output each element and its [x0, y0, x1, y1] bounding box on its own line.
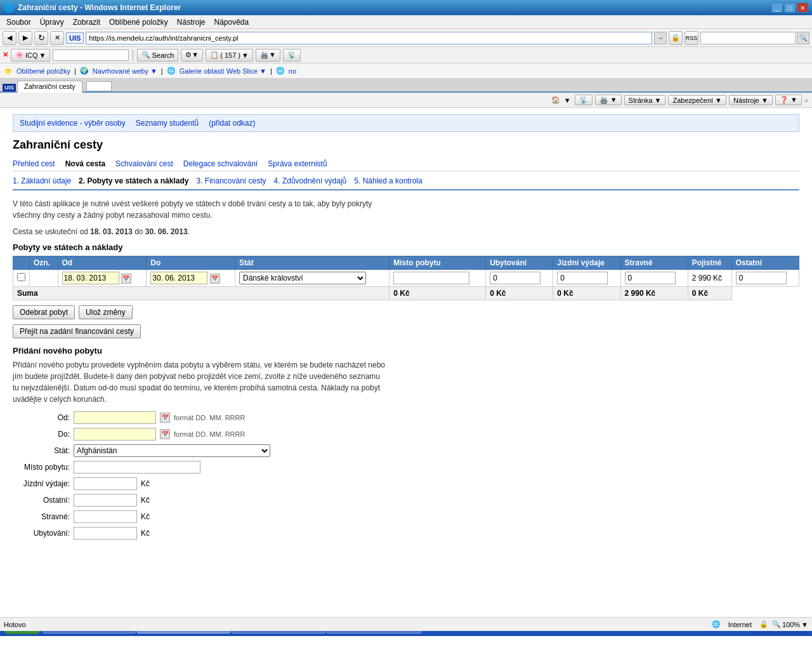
tab-schvalovani[interactable]: Schvalování cest	[115, 159, 173, 168]
security-button[interactable]: 🔒	[669, 31, 683, 45]
row-ozn	[30, 270, 58, 287]
row-jizdni-input[interactable]	[557, 272, 608, 284]
od-input[interactable]	[74, 411, 156, 424]
odebrat-button[interactable]: Odebrat pobyt	[13, 305, 75, 319]
step-2[interactable]: 2. Pobyty ve státech a náklady	[79, 176, 188, 185]
row-stat-select[interactable]: Dánské království	[239, 272, 366, 284]
menu-upravy[interactable]: Úpravy	[36, 17, 68, 28]
ubytovani-suffix: Kč	[141, 529, 150, 538]
col-stat: Stát	[235, 256, 389, 270]
date-range-label: Cesta se uskuteční od	[13, 227, 88, 236]
stranka-cmd-btn[interactable]: Stránka ▼	[624, 95, 666, 105]
nastroje-cmd-btn[interactable]: Nástroje ▼	[729, 95, 773, 105]
row-checkbox[interactable]	[17, 273, 25, 281]
menu-bar: Soubor Úpravy Zobrazit Oblíbené položky …	[0, 15, 812, 29]
stravne-input[interactable]	[74, 510, 137, 523]
rss-button[interactable]: RSS	[684, 31, 698, 45]
fav-galerie[interactable]: Galerie oblastí Web Slice ▼	[180, 67, 266, 75]
live-search-button[interactable]: 🔍	[797, 32, 809, 44]
toolbar2: ✕ 🌸 ICQ ▼ 🔍 Search ⚙▼ 📋 ( 157 ) ▼ 🖨️▼ 📡	[0, 47, 812, 63]
tab-delegace[interactable]: Delegace schvalování	[183, 159, 258, 168]
forward-button[interactable]: ▶	[18, 31, 32, 45]
row-stravne-input[interactable]	[625, 272, 676, 284]
toolbar-print[interactable]: 🖨️▼	[256, 49, 280, 62]
close-x[interactable]: ✕	[3, 51, 8, 59]
menu-nastroje[interactable]: Nástroje	[173, 17, 209, 28]
uloz-button[interactable]: Ulož změny	[79, 305, 133, 319]
fav-no[interactable]: no	[289, 67, 296, 75]
tab-zahranicni[interactable]: Zahraniční cesty	[17, 81, 82, 93]
jizdni-input[interactable]	[74, 477, 137, 490]
jizdni-label: Jízdní výdaje:	[13, 479, 70, 488]
row-ostatni-input[interactable]	[736, 272, 787, 284]
prejit-button[interactable]: Přejít na zadání financování cesty	[13, 324, 141, 338]
table-row: 📅 📅 Dánské království 2 990 Kč	[13, 270, 799, 287]
nav-studijni[interactable]: Studijní evidence - výběr osoby	[20, 119, 126, 128]
do-cal-btn[interactable]: 📅	[160, 429, 170, 439]
icq-icon: 🌸	[15, 51, 24, 59]
do-input[interactable]	[74, 428, 156, 441]
counter-icon: 📋	[210, 51, 219, 59]
row-od-input[interactable]	[62, 272, 119, 284]
step-3[interactable]: 3. Financování cesty	[196, 176, 266, 185]
stravne-suffix: Kč	[141, 512, 150, 521]
form-row-stravne: Stravné: Kč	[13, 510, 799, 523]
misto-input[interactable]	[74, 461, 200, 474]
od-cal-btn[interactable]: 📅	[160, 413, 170, 423]
row-do-input[interactable]	[150, 272, 207, 284]
tools-cmd-label: Nástroje ▼	[733, 96, 768, 104]
od-format-hint: formát DD. MM. RRRR	[174, 414, 245, 421]
step-5[interactable]: 5. Náhled a kontrola	[354, 176, 422, 185]
help-cmd-label: ❓ ▼	[780, 96, 797, 104]
zabezpeceni-cmd-btn[interactable]: Zabezpečení ▼	[668, 95, 726, 105]
menu-zobrazit[interactable]: Zobrazit	[69, 17, 104, 28]
ostatni-suffix: Kč	[141, 496, 150, 505]
cal-od-btn[interactable]: 📅	[121, 274, 131, 284]
toolbar-rss2[interactable]: 📡	[283, 49, 301, 62]
pobyty-table: Ozn. Od Do Stát Místo pobytu Ubytování J…	[13, 256, 799, 300]
refresh-button[interactable]: ↻	[34, 31, 48, 45]
tab-bar: UIS Zahraniční cesty	[0, 79, 812, 93]
menu-napoveda[interactable]: Nápověda	[211, 17, 253, 28]
ubytovani-input[interactable]	[74, 527, 137, 540]
tab-input[interactable]	[86, 81, 112, 91]
row-misto-input[interactable]	[393, 272, 469, 284]
help-cmd-btn[interactable]: ❓ ▼	[775, 95, 802, 105]
more-options[interactable]: »	[804, 96, 808, 104]
back-button[interactable]: ◀	[3, 31, 16, 45]
menu-oblibene[interactable]: Oblíbené položky	[105, 17, 172, 28]
rss-cmd-btn[interactable]: 📡	[575, 95, 593, 105]
date-range-text: Cesta se uskuteční od 18. 03. 2013 do 30…	[13, 226, 799, 237]
go-button[interactable]: →	[654, 32, 667, 44]
ostatni-input[interactable]	[74, 494, 137, 507]
maximize-button[interactable]: □	[784, 3, 796, 13]
stat-select[interactable]: Afghánistán	[74, 444, 270, 457]
misto-label: Místo pobytu:	[13, 463, 70, 472]
print-cmd-btn[interactable]: 🖨️ ▼	[595, 95, 622, 105]
close-button[interactable]: ✕	[797, 3, 808, 13]
address-input[interactable]	[86, 32, 652, 44]
step-4[interactable]: 4. Zdůvodnění výdajů	[274, 176, 347, 185]
menu-soubor[interactable]: Soubor	[3, 17, 35, 28]
icq-button[interactable]: 🌸 ICQ ▼	[11, 49, 50, 62]
fav-navrzene[interactable]: Navrhované weby ▼	[93, 67, 157, 75]
tab-prehled[interactable]: Přehled cest	[13, 159, 55, 168]
minimize-button[interactable]: _	[771, 3, 783, 13]
page-title: Zahraniční cesty	[13, 138, 799, 152]
nav-pridat[interactable]: (přidat odkaz)	[209, 119, 255, 128]
live-search-input[interactable]	[700, 32, 796, 44]
fav-oblibene[interactable]: Oblíbené položky	[16, 67, 70, 75]
cal-do-btn[interactable]: 📅	[210, 274, 220, 284]
toolbar-extra1[interactable]: ⚙▼	[181, 49, 203, 62]
col-ostatni: Ostatní	[731, 256, 799, 270]
stop-button[interactable]: ✕	[50, 31, 64, 45]
icq-input[interactable]	[53, 50, 129, 61]
tab-nova[interactable]: Nová cesta	[65, 159, 105, 168]
row-ubytovani-input[interactable]	[490, 272, 540, 284]
tab-externa[interactable]: Správa externistů	[268, 159, 327, 168]
nav-seznamy[interactable]: Seznamy studentů	[136, 119, 199, 128]
counter-button[interactable]: 📋 ( 157 ) ▼	[206, 49, 253, 62]
intro-text: V této části aplikace je nutné uvést veš…	[13, 198, 799, 221]
step-1[interactable]: 1. Základní údaje	[13, 176, 71, 185]
search-button[interactable]: 🔍 Search	[137, 49, 178, 62]
